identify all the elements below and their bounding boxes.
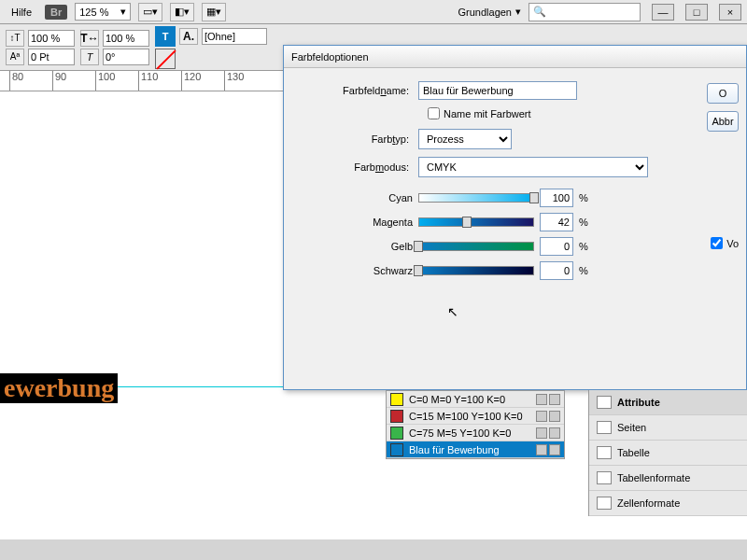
- view-options-button[interactable]: ◧▾: [170, 3, 194, 21]
- swatch-row[interactable]: C=0 M=0 Y=100 K=0: [387, 391, 564, 408]
- swatch-label: C=15 M=100 Y=100 K=0: [409, 411, 523, 422]
- cancel-button[interactable]: Abbr: [707, 111, 739, 132]
- swatch-type-icon: [549, 427, 560, 439]
- swatch-chip: [390, 410, 403, 423]
- skew-input[interactable]: 0°: [103, 49, 149, 65]
- magenta-value-input[interactable]: [540, 213, 573, 231]
- swatch-row[interactable]: C=15 M=100 Y=100 K=0: [387, 408, 564, 425]
- panel-attribute[interactable]: Attribute: [589, 390, 747, 415]
- swatch-row[interactable]: C=75 M=5 Y=100 K=0: [387, 425, 564, 441]
- schwarz-value-input[interactable]: [540, 261, 573, 280]
- cyan-slider[interactable]: [418, 193, 534, 203]
- table-icon: [597, 446, 612, 459]
- zoom-value: 125 %: [79, 7, 108, 18]
- search-input[interactable]: 🔍: [529, 3, 641, 21]
- baseline-shift-input[interactable]: 0 Pt: [28, 49, 75, 65]
- panel-seiten[interactable]: Seiten: [589, 415, 747, 441]
- ruler-tick: 130: [224, 71, 244, 91]
- cyan-label: Cyan: [316, 192, 413, 203]
- cell-styles-icon: [597, 497, 612, 510]
- attribute-icon: [597, 396, 612, 409]
- swatch-label: C=75 M=5 Y=100 K=0: [409, 427, 511, 439]
- panel-tabellenformate[interactable]: Tabellenformate: [589, 466, 747, 491]
- workspace-label: Grundlagen: [458, 7, 513, 18]
- vertical-scale-icon: ↕T: [6, 30, 24, 47]
- magenta-label: Magenta: [316, 217, 413, 228]
- table-styles-icon: [597, 471, 612, 484]
- schwarz-label: Schwarz: [316, 265, 413, 276]
- dialog-titlebar[interactable]: Farbfeldoptionen: [284, 46, 746, 68]
- close-button[interactable]: ×: [719, 4, 741, 21]
- maximize-button[interactable]: □: [685, 4, 708, 21]
- workspace-switcher[interactable]: Grundlagen▾: [458, 6, 522, 18]
- magenta-slider[interactable]: [418, 217, 534, 227]
- pages-icon: [597, 421, 612, 434]
- fill-color-text[interactable]: T: [155, 26, 176, 47]
- swatch-type-icon: [549, 411, 560, 422]
- ruler-tick: 120: [181, 71, 201, 91]
- panel-tabelle[interactable]: Tabelle: [589, 441, 747, 466]
- baseline-shift-icon: Aª: [6, 49, 24, 65]
- name-with-value-checkbox[interactable]: [428, 107, 440, 119]
- ruler-tick: 100: [95, 71, 115, 91]
- panel-label: Seiten: [617, 422, 646, 433]
- swatch-label: C=0 M=0 Y=100 K=0: [409, 394, 505, 405]
- gelb-value-input[interactable]: [540, 237, 573, 256]
- swatch-mode-icon: [536, 411, 547, 422]
- color-mode-dropdown[interactable]: CMYK: [418, 157, 648, 177]
- chevron-down-icon: ▾: [515, 6, 521, 18]
- preview-label: Vo: [726, 238, 739, 249]
- vertical-scale-input[interactable]: 100 %: [28, 30, 75, 47]
- swatch-name-input[interactable]: [418, 81, 577, 100]
- zoom-dropdown[interactable]: 125 %▾: [75, 3, 131, 21]
- menu-help[interactable]: Hilfe: [6, 5, 37, 20]
- swatch-options-dialog: Farbfeldoptionen Farbfeldname: Name mit …: [283, 45, 747, 390]
- bridge-badge[interactable]: Br: [45, 5, 67, 20]
- arrange-button[interactable]: ▦▾: [202, 3, 226, 21]
- ruler-tick: 80: [9, 71, 23, 91]
- preview-checkbox[interactable]: [711, 237, 723, 249]
- search-icon: 🔍: [533, 6, 546, 18]
- swatch-row-selected[interactable]: Blau für Bewerbung: [387, 441, 564, 458]
- swatch-name-label: Farbfeldname:: [316, 85, 418, 96]
- color-mode-label: Farbmodus:: [316, 161, 418, 173]
- panel-label: Tabelle: [617, 447, 650, 458]
- ok-button[interactable]: O: [707, 83, 739, 104]
- horizontal-scale-icon: T↔: [80, 30, 99, 47]
- name-with-value-label: Name mit Farbwert: [444, 108, 531, 119]
- swatch-mode-icon: [536, 394, 547, 405]
- minimize-button[interactable]: —: [652, 4, 674, 21]
- text-frame[interactable]: ewerbung: [0, 373, 118, 403]
- swatch-label: Blau für Bewerbung: [409, 444, 500, 455]
- chevron-down-icon: ▾: [120, 6, 126, 18]
- panel-label: Zellenformate: [617, 497, 680, 509]
- cyan-value-input[interactable]: [540, 189, 573, 207]
- skew-icon: T: [80, 49, 99, 65]
- gelb-label: Gelb: [316, 241, 413, 252]
- text-content: ewerbung: [4, 373, 114, 402]
- swatch-type-icon: [549, 394, 560, 405]
- color-type-dropdown[interactable]: Prozess: [418, 129, 512, 149]
- panel-zellenformate[interactable]: Zellenformate: [589, 491, 747, 516]
- char-style-icon: A.: [179, 28, 198, 45]
- percent-label: %: [579, 241, 592, 252]
- panel-label: Attribute: [617, 397, 660, 408]
- swatch-chip: [390, 427, 403, 440]
- swatch-mode-icon: [536, 427, 547, 439]
- ruler-tick: 110: [138, 71, 158, 91]
- swatch-chip: [390, 443, 403, 456]
- percent-label: %: [579, 192, 592, 203]
- ruler-tick: 90: [52, 71, 66, 91]
- right-panels: Attribute Seiten Tabelle Tabellenformate…: [588, 390, 747, 516]
- swatches-panel: C=0 M=0 Y=100 K=0 C=15 M=100 Y=100 K=0 C…: [386, 390, 565, 459]
- panel-label: Tabellenformate: [617, 472, 690, 483]
- dialog-title: Farbfeldoptionen: [291, 51, 369, 63]
- horizontal-scale-input[interactable]: 100 %: [103, 30, 149, 47]
- gelb-slider[interactable]: [418, 242, 534, 251]
- char-style-dropdown[interactable]: [Ohne]: [202, 28, 267, 45]
- swatch-mode-icon: [536, 444, 547, 455]
- screen-mode-button[interactable]: ▭▾: [138, 3, 162, 21]
- swatch-chip: [390, 393, 403, 406]
- stroke-color-none[interactable]: [155, 49, 176, 69]
- schwarz-slider[interactable]: [418, 266, 534, 275]
